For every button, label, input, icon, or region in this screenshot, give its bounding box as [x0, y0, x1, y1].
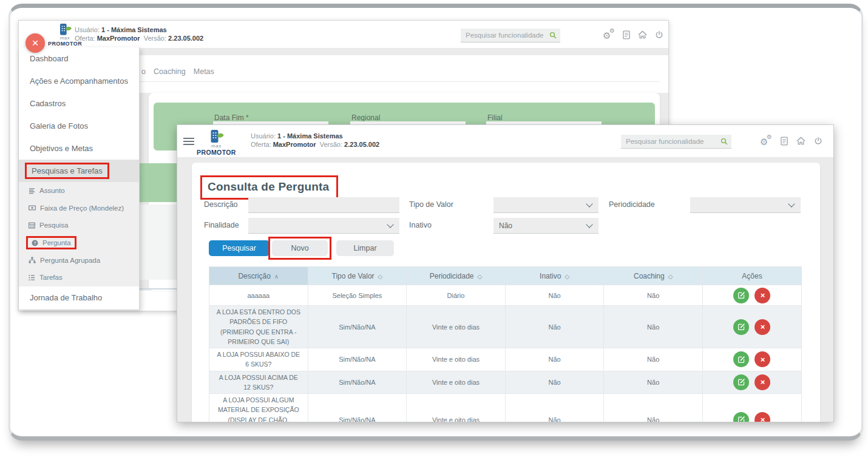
settings-icon[interactable]: ⚙⚙ [603, 29, 615, 40]
app-logo: max PROMOTOR [197, 129, 236, 156]
table-row: A LOJA POSSUI ABAIXO DE 6 SKUS? Sim/Não/… [209, 348, 802, 371]
sort-icon: ◇ [378, 273, 383, 280]
session-info: Usuário: 1 - Máxima Sistemas Oferta: Max… [251, 132, 379, 149]
edit-button[interactable] [733, 351, 749, 367]
cell-descricao: aaaaaa [209, 285, 308, 306]
data-fim-label: Data Fim * [214, 113, 249, 122]
finalidade-select[interactable] [248, 218, 399, 234]
search-icon[interactable] [721, 138, 728, 145]
column-header-periodicidade[interactable]: Periodicidade◇ [407, 267, 506, 285]
annotation-box-pergunta: ? Pergunta [26, 236, 76, 249]
submenu-item-pergunta-agrupada[interactable]: Pergunta Agrupada [19, 251, 139, 269]
column-header-descricao[interactable]: Descrição∧ [209, 267, 308, 285]
perguntas-table: Descrição∧ Tipo de Valor◇ Periodicidade◇… [209, 266, 802, 422]
cell-coaching: Não [604, 348, 703, 371]
edit-pencil-icon [737, 356, 745, 364]
cell-inativo: Não [505, 348, 604, 371]
submenu-item-pesquisa[interactable]: Pesquisa [19, 217, 139, 234]
menu-item-jornada[interactable]: Jornada de Trabalho [19, 286, 139, 309]
tipo-valor-select[interactable] [493, 197, 598, 213]
edit-button[interactable] [733, 288, 749, 303]
table-icon [29, 222, 35, 229]
delete-button[interactable]: × [754, 351, 770, 367]
search-functionality-box [621, 135, 731, 149]
user-label: Usuário: [75, 26, 100, 33]
limpar-button[interactable]: Limpar [336, 240, 394, 256]
power-icon[interactable] [655, 30, 663, 39]
back-body-strip [139, 48, 668, 55]
cell-descricao: A LOJA POSSUI ACIMA DE 12 SKUS? [209, 371, 308, 394]
cell-inativo: Não [505, 394, 604, 422]
delete-button[interactable]: × [754, 319, 770, 335]
back-tabs: o Coaching Metas [141, 67, 214, 76]
tab-partial[interactable]: o [141, 67, 146, 76]
tabs-divider [139, 81, 660, 82]
pesquisar-button[interactable]: Pesquisar [209, 240, 270, 256]
document-icon[interactable] [623, 30, 630, 39]
oferta-value: MaxPromotor [273, 141, 316, 148]
settings-icon[interactable]: ⚙⚙ [760, 135, 772, 146]
submenu-item-pergunta[interactable]: ? Pergunta [19, 234, 139, 252]
close-menu-button[interactable]: × [25, 33, 45, 53]
delete-button[interactable]: × [754, 374, 770, 390]
regional-label: Regional [351, 113, 380, 122]
submenu-item-faixa-preco[interactable]: Faixa de Preço (Mondelez) [19, 200, 139, 217]
periodicidade-select[interactable] [690, 197, 801, 213]
front-header: max PROMOTOR Usuário: 1 - Máxima Sistema… [177, 125, 833, 158]
menu-item-objetivos[interactable]: Objetivos e Metas [19, 137, 139, 160]
edit-button[interactable] [733, 374, 749, 390]
power-icon[interactable] [814, 137, 822, 146]
home-icon[interactable] [638, 30, 647, 39]
cell-tipo-valor: Sim/Não/NA [308, 348, 407, 371]
column-header-acoes: Ações [702, 267, 801, 285]
menu-item-pesquisas-tarefas[interactable]: Pesquisas e Tarefas [19, 160, 139, 182]
document-icon[interactable] [781, 137, 788, 146]
cell-periodicidade: Vinte e oito dias [407, 348, 506, 371]
column-header-inativo[interactable]: Inativo◇ [505, 267, 604, 285]
table-row: A LOJA ESTÁ DENTRO DOS PADRÕES DE FIFO (… [209, 306, 802, 348]
cell-coaching: Não [604, 285, 703, 306]
cell-descricao: A LOJA ESTÁ DENTRO DOS PADRÕES DE FIFO (… [209, 306, 308, 348]
versao-label: Versão: [144, 35, 166, 42]
descricao-input[interactable] [248, 197, 399, 213]
tab-coaching[interactable]: Coaching [154, 67, 186, 76]
novo-button[interactable]: Novo [272, 240, 328, 256]
periodicidade-label: Periodicidade [609, 200, 655, 209]
chevron-down-icon [586, 221, 592, 228]
hamburger-menu-icon[interactable] [183, 138, 194, 145]
edit-pencil-icon [737, 416, 745, 422]
tab-metas[interactable]: Metas [194, 67, 214, 76]
menu-item-galeria[interactable]: Galeria de Fotos [19, 115, 139, 137]
inativo-select[interactable]: Não [493, 218, 598, 234]
chevron-down-icon [788, 200, 795, 207]
descricao-label: Descrição [204, 200, 238, 209]
sitemap-icon [29, 257, 36, 263]
search-input[interactable] [464, 31, 549, 39]
svg-text:?: ? [33, 240, 36, 245]
logo-max-text: max [211, 144, 222, 149]
menu-item-cadastros[interactable]: Cadastros [19, 92, 139, 115]
search-input[interactable] [625, 137, 721, 146]
cell-descricao: A LOJA POSSUI ALGUM MATERIAL DE EXPOSIÇÃ… [209, 394, 308, 422]
page-title: Consulta de Pergunta [208, 180, 329, 193]
front-window: max PROMOTOR Usuário: 1 - Máxima Sistema… [177, 124, 834, 422]
menu-item-acoes[interactable]: Ações e Acompanhamentos [19, 70, 139, 92]
delete-button[interactable]: × [754, 412, 770, 422]
column-header-tipo-valor[interactable]: Tipo de Valor◇ [308, 267, 407, 285]
submenu-item-assunto[interactable]: Assunto [19, 182, 139, 200]
sort-icon: ◇ [477, 273, 482, 280]
edit-button[interactable] [733, 412, 749, 422]
chevron-down-icon [586, 200, 592, 207]
column-header-coaching[interactable]: Coaching◇ [604, 267, 703, 285]
table-row: aaaaaa Seleção Simples Diário Não Não × [209, 285, 802, 306]
search-functionality-box [461, 29, 560, 42]
user-value: 1 - Máxima Sistemas [101, 26, 167, 33]
search-icon[interactable] [549, 32, 557, 39]
edit-button[interactable] [733, 319, 749, 335]
cell-inativo: Não [505, 306, 604, 348]
delete-button[interactable]: × [754, 288, 770, 303]
edit-pencil-icon [737, 323, 745, 331]
submenu-item-tarefas[interactable]: Tarefas [19, 269, 139, 286]
home-icon[interactable] [796, 137, 805, 145]
list-ordered-icon [29, 274, 35, 281]
